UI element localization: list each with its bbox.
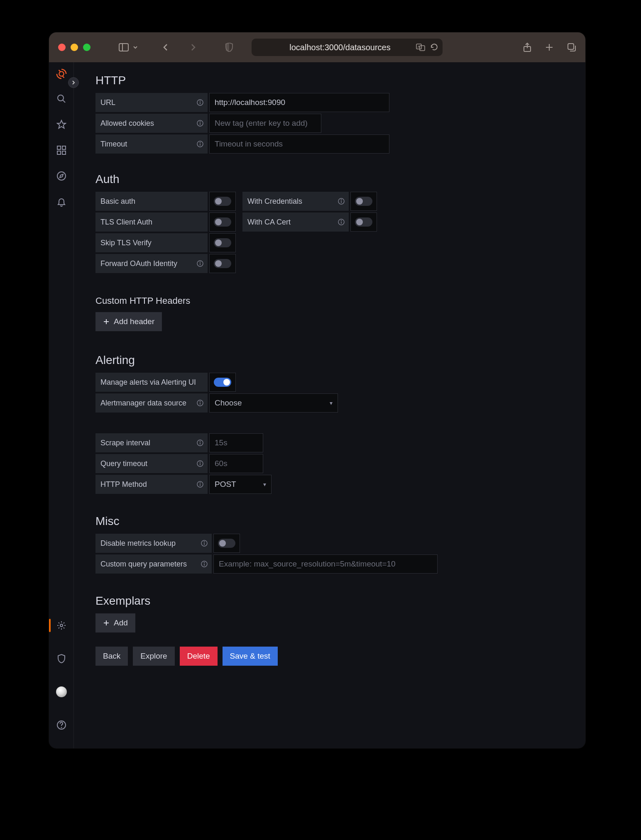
- label-manage-alerts: Manage alerts via Alerting UI: [95, 373, 208, 392]
- toggle-with-ca-cert[interactable]: [350, 212, 377, 232]
- section-title-misc: Misc: [95, 515, 573, 528]
- input-scrape-interval[interactable]: 15s: [209, 433, 263, 452]
- info-icon[interactable]: [197, 440, 203, 446]
- chevron-down-icon[interactable]: [133, 45, 138, 50]
- back-button[interactable]: Back: [95, 647, 128, 666]
- svg-point-39: [200, 262, 201, 262]
- tabs-overview-icon[interactable]: [567, 42, 576, 52]
- svg-point-56: [204, 542, 205, 542]
- select-alertmanager-ds[interactable]: Choose ▾: [209, 393, 338, 413]
- svg-point-21: [61, 728, 61, 728]
- sidebar-explore-icon[interactable]: [52, 167, 71, 185]
- section-title-alerting: Alerting: [95, 354, 573, 367]
- input-custom-query[interactable]: Example: max_source_resolution=5m&timeou…: [213, 554, 438, 574]
- section-title-auth: Auth: [95, 173, 573, 186]
- info-icon[interactable]: [197, 260, 203, 267]
- info-icon[interactable]: [201, 540, 208, 547]
- select-http-method[interactable]: POST ▾: [209, 475, 272, 494]
- svg-point-53: [200, 483, 201, 483]
- svg-point-50: [200, 462, 201, 462]
- sidebar-help-icon[interactable]: [52, 716, 71, 734]
- toggle-skip-tls-verify[interactable]: [209, 233, 236, 252]
- svg-point-30: [200, 142, 201, 143]
- sidebar-alerting-icon[interactable]: [52, 193, 71, 211]
- share-icon[interactable]: [523, 42, 531, 52]
- svg-point-24: [200, 101, 201, 101]
- nav-forward-button[interactable]: [189, 44, 197, 51]
- info-icon[interactable]: [197, 99, 203, 106]
- label-query-timeout: Query timeout: [95, 454, 208, 473]
- add-exemplar-button[interactable]: Add: [95, 613, 135, 632]
- toggle-forward-oauth[interactable]: [209, 254, 236, 273]
- svg-rect-16: [62, 151, 66, 154]
- svg-point-33: [341, 200, 342, 200]
- sidebar-dashboards-icon[interactable]: [52, 141, 71, 159]
- titlebar: localhost:3000/datasources A: [49, 32, 585, 62]
- info-icon[interactable]: [197, 400, 203, 406]
- svg-point-17: [57, 172, 66, 180]
- label-url: URL: [95, 93, 208, 112]
- maximize-window-button[interactable]: [83, 44, 91, 51]
- input-url[interactable]: http://localhost:9090: [209, 93, 389, 112]
- label-scrape-interval: Scrape interval: [95, 433, 208, 452]
- toggle-basic-auth[interactable]: [209, 192, 236, 211]
- label-tls-client-auth: TLS Client Auth: [95, 212, 208, 232]
- privacy-shield-icon[interactable]: [225, 43, 233, 52]
- section-title-exemplars: Exemplars: [95, 594, 573, 608]
- minimize-window-button[interactable]: [71, 44, 78, 51]
- toggle-with-credentials[interactable]: [350, 192, 377, 211]
- grafana-logo-icon[interactable]: [56, 68, 67, 80]
- sidebar: [49, 62, 74, 748]
- translate-icon[interactable]: A: [416, 44, 425, 51]
- info-icon[interactable]: [197, 460, 203, 467]
- sidebar-server-admin-icon[interactable]: [52, 650, 71, 668]
- save-test-button[interactable]: Save & test: [223, 647, 278, 666]
- svg-rect-0: [119, 44, 128, 51]
- explore-button[interactable]: Explore: [133, 647, 174, 666]
- toggle-tls-client-auth[interactable]: [209, 212, 236, 232]
- main-content: HTTP URL http://localhost:9090 Allowed c…: [74, 62, 585, 748]
- svg-marker-18: [60, 174, 63, 178]
- delete-button[interactable]: Delete: [180, 647, 218, 666]
- toggle-disable-metrics[interactable]: [213, 534, 240, 553]
- svg-text:A: A: [418, 45, 420, 49]
- url-text: localhost:3000/datasources: [289, 43, 391, 52]
- info-icon[interactable]: [201, 561, 208, 567]
- svg-point-10: [58, 95, 64, 101]
- traffic-lights: [58, 44, 91, 51]
- input-query-timeout[interactable]: 60s: [209, 454, 263, 473]
- info-icon[interactable]: [338, 219, 345, 225]
- toggle-manage-alerts[interactable]: [209, 373, 236, 392]
- url-bar[interactable]: localhost:3000/datasources A: [252, 39, 443, 56]
- sidebar-configuration-icon[interactable]: [52, 616, 71, 635]
- svg-point-9: [59, 71, 64, 76]
- input-allowed-cookies[interactable]: New tag (enter key to add): [209, 114, 321, 133]
- nav-back-button[interactable]: [162, 44, 169, 51]
- label-forward-oauth: Forward OAuth Identity: [95, 254, 208, 273]
- label-custom-query: Custom query parameters: [95, 554, 212, 574]
- add-header-button[interactable]: Add header: [95, 312, 162, 331]
- info-icon[interactable]: [197, 141, 203, 147]
- sidebar-search-icon[interactable]: [52, 90, 71, 108]
- sidebar-user-avatar[interactable]: [52, 683, 71, 701]
- sidebar-starred-icon[interactable]: [52, 115, 71, 134]
- close-window-button[interactable]: [58, 44, 66, 51]
- label-http-method: HTTP Method: [95, 475, 208, 494]
- browser-window: localhost:3000/datasources A: [49, 32, 585, 748]
- svg-marker-12: [57, 120, 66, 128]
- info-icon[interactable]: [197, 120, 203, 127]
- svg-rect-13: [57, 146, 61, 149]
- svg-rect-14: [62, 146, 66, 149]
- info-icon[interactable]: [197, 481, 203, 488]
- info-icon[interactable]: [338, 198, 345, 205]
- sidebar-toggle-icon[interactable]: [119, 43, 129, 51]
- input-timeout[interactable]: Timeout in seconds: [209, 134, 389, 154]
- svg-point-19: [60, 624, 63, 627]
- svg-rect-8: [568, 44, 574, 49]
- label-basic-auth: Basic auth: [95, 192, 208, 211]
- svg-rect-3: [420, 46, 425, 51]
- reload-icon[interactable]: [430, 43, 438, 51]
- new-tab-icon[interactable]: [545, 42, 554, 52]
- svg-point-36: [341, 220, 342, 221]
- svg-point-47: [200, 441, 201, 442]
